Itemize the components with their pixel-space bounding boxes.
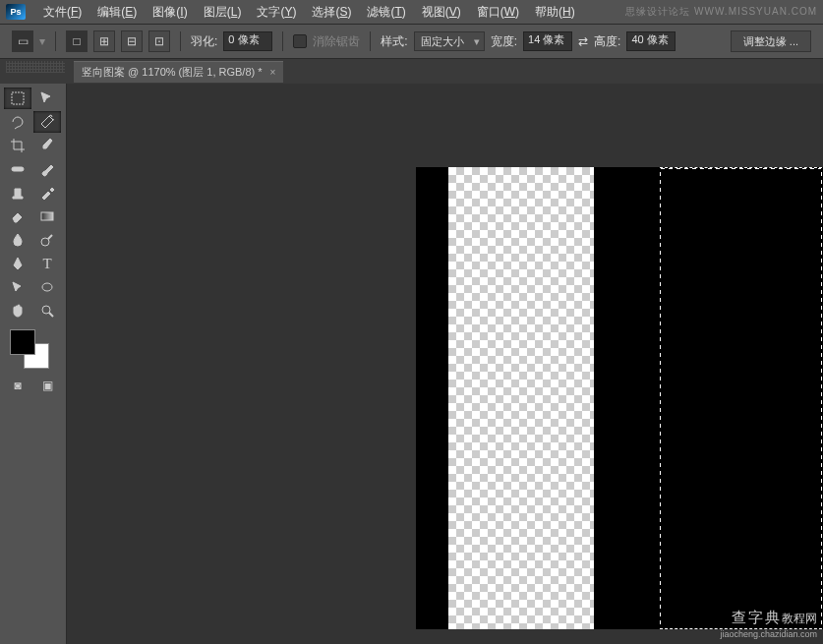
style-label: 样式: bbox=[381, 33, 407, 50]
menu-window[interactable]: 窗口(W) bbox=[469, 2, 527, 22]
options-bar: ▭ ▾ □ ⊞ ⊟ ⊡ 羽化: 0 像素 消除锯齿 样式: 固定大小 宽度: 1… bbox=[0, 25, 823, 59]
eraser-tool-icon[interactable] bbox=[4, 205, 31, 227]
type-tool-icon[interactable]: T bbox=[33, 253, 61, 274]
shape-tool-icon[interactable] bbox=[33, 276, 61, 298]
menu-edit[interactable]: 编辑(E) bbox=[89, 2, 145, 22]
svg-point-3 bbox=[41, 238, 49, 246]
lasso-tool-icon[interactable] bbox=[4, 111, 31, 133]
magic-wand-tool-icon[interactable] bbox=[33, 111, 61, 133]
intersect-selection-icon[interactable]: ⊡ bbox=[148, 30, 170, 52]
eyedropper-tool-icon[interactable] bbox=[33, 135, 61, 156]
menu-help[interactable]: 帮助(H) bbox=[527, 2, 583, 22]
svg-rect-1 bbox=[12, 167, 24, 171]
pen-tool-icon[interactable] bbox=[4, 253, 31, 274]
menu-view[interactable]: 视图(V) bbox=[414, 2, 469, 22]
menu-bar: Ps 文件(F) 编辑(E) 图像(I) 图层(L) 文字(Y) 选择(S) 滤… bbox=[0, 0, 823, 25]
menu-type[interactable]: 文字(Y) bbox=[249, 2, 304, 22]
blur-tool-icon[interactable] bbox=[4, 229, 31, 251]
height-input[interactable]: 40 像素 bbox=[626, 31, 676, 51]
svg-point-4 bbox=[42, 283, 52, 291]
close-tab-icon[interactable]: × bbox=[270, 67, 276, 78]
width-input[interactable]: 14 像素 bbox=[523, 31, 572, 51]
swap-dimensions-icon[interactable]: ⇄ bbox=[578, 34, 588, 48]
marquee-selection bbox=[660, 167, 822, 629]
path-selection-tool-icon[interactable] bbox=[4, 276, 31, 298]
menu-filter[interactable]: 滤镜(T) bbox=[359, 2, 413, 22]
toolbox: T ◙ ▣ bbox=[0, 84, 67, 644]
svg-rect-0 bbox=[12, 92, 24, 104]
tool-preset-icon[interactable]: ▭ bbox=[12, 30, 33, 52]
document-tab-bar: 竖向图案 @ 1170% (图层 1, RGB/8) * × bbox=[0, 59, 823, 84]
healing-brush-tool-icon[interactable] bbox=[4, 158, 31, 180]
zoom-tool-icon[interactable] bbox=[33, 300, 61, 322]
foreground-color[interactable] bbox=[10, 329, 35, 355]
menu-image[interactable]: 图像(I) bbox=[145, 2, 195, 22]
menu-select[interactable]: 选择(S) bbox=[304, 2, 359, 22]
marquee-tool-icon[interactable] bbox=[4, 88, 31, 109]
color-swatches[interactable] bbox=[10, 329, 49, 369]
watermark-top: 思缘设计论坛 WWW.MISSYUAN.COM bbox=[625, 5, 817, 19]
move-tool-icon[interactable] bbox=[33, 88, 61, 109]
document-canvas[interactable] bbox=[416, 167, 823, 629]
refine-edge-button[interactable]: 调整边缘 ... bbox=[731, 30, 811, 52]
style-select[interactable]: 固定大小 bbox=[414, 31, 485, 51]
tab-grip[interactable] bbox=[6, 61, 65, 73]
transparent-region bbox=[448, 167, 594, 629]
height-label: 高度: bbox=[594, 33, 620, 50]
watermark-bottom: 查字典教程网 jiaocheng.chazidian.com bbox=[720, 608, 817, 642]
feather-input[interactable]: 0 像素 bbox=[223, 31, 272, 51]
feather-label: 羽化: bbox=[191, 33, 217, 50]
subtract-selection-icon[interactable]: ⊟ bbox=[121, 30, 143, 52]
svg-point-5 bbox=[42, 306, 50, 314]
quick-mask-icon[interactable]: ◙ bbox=[4, 377, 31, 394]
new-selection-icon[interactable]: □ bbox=[66, 30, 88, 52]
add-selection-icon[interactable]: ⊞ bbox=[93, 30, 115, 52]
gradient-tool-icon[interactable] bbox=[33, 205, 61, 227]
hand-tool-icon[interactable] bbox=[4, 300, 31, 322]
menu-file[interactable]: 文件(F) bbox=[35, 2, 89, 22]
brush-tool-icon[interactable] bbox=[33, 158, 61, 180]
crop-tool-icon[interactable] bbox=[4, 135, 31, 156]
document-tab-title: 竖向图案 @ 1170% (图层 1, RGB/8) * bbox=[82, 65, 263, 80]
dodge-tool-icon[interactable] bbox=[33, 229, 61, 251]
svg-rect-2 bbox=[41, 212, 53, 220]
width-label: 宽度: bbox=[491, 33, 517, 50]
canvas-area[interactable] bbox=[67, 84, 823, 644]
document-tab[interactable]: 竖向图案 @ 1170% (图层 1, RGB/8) * × bbox=[74, 61, 283, 83]
workspace: T ◙ ▣ 查字典教程网 jiaocheng.chazidian.com bbox=[0, 84, 823, 644]
app-logo: Ps bbox=[6, 4, 26, 20]
history-brush-tool-icon[interactable] bbox=[33, 182, 61, 204]
antialias-label: 消除锯齿 bbox=[313, 33, 360, 50]
antialias-checkbox bbox=[293, 34, 307, 48]
clone-stamp-tool-icon[interactable] bbox=[4, 182, 31, 204]
menu-layer[interactable]: 图层(L) bbox=[196, 2, 250, 22]
screen-mode-icon[interactable]: ▣ bbox=[33, 377, 61, 394]
